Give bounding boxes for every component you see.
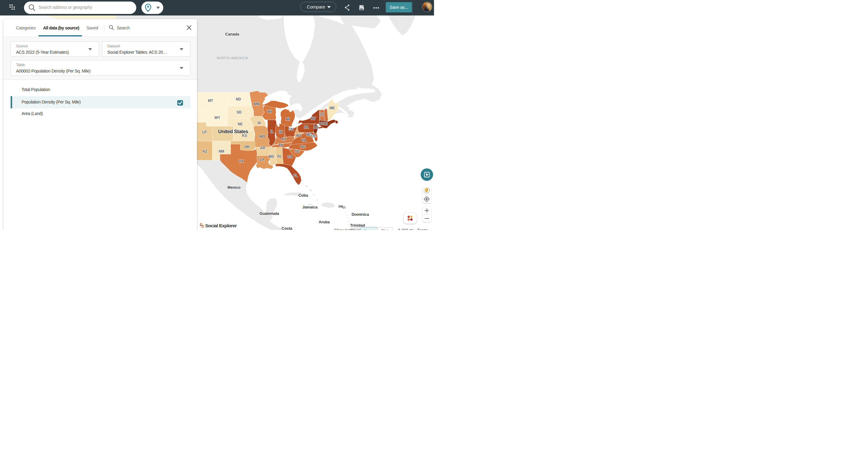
svg-text:Social Explorer: Social Explorer	[205, 223, 237, 228]
svg-text:Guatemala: Guatemala	[259, 211, 280, 216]
svg-text:NORTH AMERICA: NORTH AMERICA	[217, 56, 248, 60]
svg-text:MS: MS	[269, 154, 274, 159]
svg-text:LA: LA	[259, 157, 265, 162]
svg-text:ME: ME	[330, 106, 335, 110]
svg-text:Trinidad: Trinidad	[350, 223, 365, 227]
svg-text:NJ: NJ	[314, 125, 318, 129]
svg-text:MT: MT	[208, 99, 213, 103]
svg-text:WY: WY	[215, 116, 220, 120]
svg-text:AL: AL	[277, 154, 282, 158]
svg-text:VA: VA	[301, 138, 306, 142]
svg-text:GA: GA	[287, 155, 293, 159]
svg-text:MI: MI	[286, 117, 290, 121]
svg-text:Canada: Canada	[225, 32, 240, 36]
svg-text:SC: SC	[295, 149, 300, 154]
svg-text:UT: UT	[202, 130, 207, 134]
svg-text:IN: IN	[279, 130, 283, 134]
svg-text:United States: United States	[218, 129, 248, 134]
svg-text:AZ: AZ	[203, 149, 207, 154]
svg-text:IA: IA	[257, 121, 261, 125]
svg-text:PA: PA	[304, 125, 309, 129]
svg-text:IL: IL	[271, 129, 274, 134]
svg-text:TX: TX	[239, 159, 243, 163]
svg-text:NC: NC	[301, 145, 306, 149]
svg-text:NM: NM	[219, 149, 224, 154]
svg-text:Costa: Costa	[281, 226, 292, 230]
svg-text:MN: MN	[254, 102, 259, 106]
svg-text:ND: ND	[236, 97, 241, 101]
svg-text:VI: VI	[342, 206, 346, 209]
svg-text:FL: FL	[293, 174, 298, 178]
svg-text:TN: TN	[278, 143, 283, 148]
svg-text:NE: NE	[238, 122, 243, 126]
svg-text:MO: MO	[259, 134, 265, 139]
svg-text:Aruba: Aruba	[319, 220, 330, 224]
svg-text:WV: WV	[296, 133, 302, 138]
svg-text:OK: OK	[244, 145, 250, 149]
svg-text:DE: DE	[311, 134, 316, 139]
svg-text:Jamaica: Jamaica	[302, 205, 318, 209]
svg-text:WI: WI	[268, 110, 272, 114]
svg-text:Dominica: Dominica	[352, 212, 369, 217]
svg-text:AR: AR	[260, 146, 265, 150]
svg-text:CTRI: CTRI	[319, 122, 328, 126]
svg-text:NY: NY	[311, 117, 316, 121]
svg-text:KY: KY	[281, 137, 286, 142]
svg-text:VT: VT	[320, 113, 325, 117]
svg-text:SD: SD	[237, 110, 242, 114]
svg-text:Cuba: Cuba	[298, 193, 308, 197]
svg-text:Mexico: Mexico	[228, 185, 241, 190]
svg-text:OH: OH	[289, 127, 294, 131]
